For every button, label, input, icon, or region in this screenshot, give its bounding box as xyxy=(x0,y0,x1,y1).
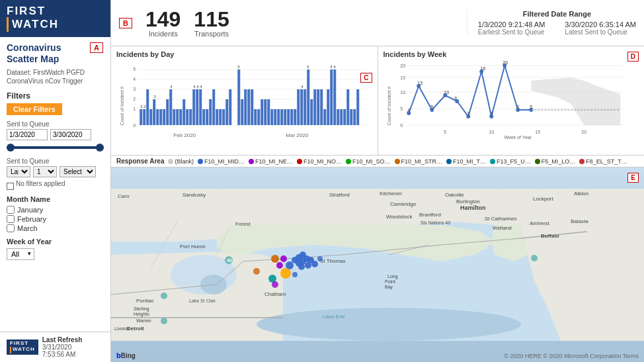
svg-text:4: 4 xyxy=(170,85,173,89)
logo-area: FIRST WATCH xyxy=(0,0,110,37)
svg-text:20: 20 xyxy=(503,61,508,65)
slider-thumb-right[interactable] xyxy=(96,144,104,152)
svg-rect-61 xyxy=(303,89,306,125)
svg-rect-48 xyxy=(261,99,263,125)
svg-text:13: 13 xyxy=(417,81,423,85)
month-name-label: Month Name xyxy=(7,195,104,203)
month-march-label: March xyxy=(17,224,38,232)
svg-point-200 xyxy=(311,261,318,267)
period-select[interactable]: Select xyxy=(60,166,96,177)
svg-rect-42 xyxy=(241,99,243,125)
count-select[interactable]: 1 xyxy=(33,166,57,177)
map-area[interactable]: Caro Sandusky Stratford Kitchener Oakvil… xyxy=(111,167,644,362)
slider-thumb-left[interactable] xyxy=(7,144,15,152)
incidents-label: Incidents xyxy=(149,30,178,38)
last-refresh-time: 7:53:56 AM xyxy=(42,351,83,358)
svg-rect-41 xyxy=(237,69,240,125)
clear-filters-button[interactable]: Clear Filters xyxy=(7,103,62,115)
svg-rect-28 xyxy=(189,109,192,125)
svg-rect-47 xyxy=(257,109,260,125)
bar-chart-svg: Count of Incident # 0 1 2 3 4 5 xyxy=(116,61,372,140)
footer-logo: FIRST WATCH xyxy=(7,339,38,355)
svg-text:Brantford: Brantford xyxy=(419,212,441,218)
sent-to-queue-label2: Sent to Queue xyxy=(7,158,104,165)
svg-text:1: 1 xyxy=(133,107,136,111)
svg-text:Stratford: Stratford xyxy=(329,192,350,198)
svg-text:Kitchener: Kitchener xyxy=(380,191,402,197)
svg-text:Long: Long xyxy=(387,274,398,279)
svg-rect-73 xyxy=(343,109,346,125)
svg-text:St Catharines: St Catharines xyxy=(485,216,516,222)
week-all-select[interactable]: All ▾ xyxy=(7,248,34,260)
last-refresh-label: Last Refresh xyxy=(42,336,83,343)
svg-point-204 xyxy=(280,268,291,279)
svg-text:18: 18 xyxy=(480,66,485,71)
svg-text:Amherst: Amherst xyxy=(530,220,550,226)
chevron-down-icon: ▾ xyxy=(28,250,31,257)
svg-text:0: 0 xyxy=(400,123,403,128)
dataset-value: CoronaVirus nCov Trigger xyxy=(7,77,85,85)
month-march-checkbox[interactable] xyxy=(7,224,15,232)
transports-count: 115 xyxy=(194,9,229,30)
no-filters-label: No filters applied xyxy=(16,180,65,187)
svg-text:2: 2 xyxy=(143,105,146,109)
svg-text:Lockport: Lockport xyxy=(533,196,553,202)
svg-text:4: 4 xyxy=(200,85,202,89)
incidents-count: 149 xyxy=(145,9,181,30)
svg-text:Chatham: Chatham xyxy=(264,291,286,297)
svg-rect-14 xyxy=(143,109,145,125)
badge-d: D xyxy=(627,52,639,62)
svg-rect-45 xyxy=(251,89,253,125)
svg-rect-71 xyxy=(337,109,339,125)
date-end-input[interactable] xyxy=(50,129,91,140)
date-start-input[interactable] xyxy=(7,129,48,140)
svg-rect-35 xyxy=(212,89,215,125)
badge-c: C xyxy=(360,73,372,83)
svg-point-202 xyxy=(276,262,283,269)
svg-text:Hamilton: Hamilton xyxy=(460,204,486,211)
badge-e: E xyxy=(627,173,639,183)
svg-rect-30 xyxy=(196,89,198,125)
logo: FIRST WATCH xyxy=(7,5,59,32)
svg-text:Forest: Forest xyxy=(235,221,251,227)
incidents-block: 149 Incidents xyxy=(145,9,181,38)
svg-text:3: 3 xyxy=(153,95,156,99)
svg-rect-53 xyxy=(277,109,280,125)
legend-f10-ne: F10_MI_NE… xyxy=(249,158,293,165)
response-area-label: Response Area xyxy=(116,158,164,165)
copyright-text: © 2020 HERE © 2020 Microsoft Corporation… xyxy=(504,353,639,359)
svg-text:Count of Incident #: Count of Incident # xyxy=(387,87,391,126)
month-january-checkbox[interactable] xyxy=(7,206,15,214)
svg-text:10: 10 xyxy=(400,90,405,95)
svg-text:10: 10 xyxy=(489,130,494,134)
chart-right-title: Incidents by Week xyxy=(383,50,639,58)
svg-point-197 xyxy=(286,261,294,269)
date-slider[interactable] xyxy=(7,143,104,152)
svg-point-208 xyxy=(272,281,278,288)
svg-text:Lake St Clair: Lake St Clair xyxy=(189,298,216,303)
svg-rect-46 xyxy=(254,109,257,125)
legend-f10-no: F10_MI_NO… xyxy=(297,158,342,165)
month-february-checkbox[interactable] xyxy=(7,215,15,223)
svg-point-137 xyxy=(257,308,521,341)
legend-f10-so: F10_MI_SO… xyxy=(346,158,391,165)
filters-label: Filters xyxy=(7,91,104,101)
svg-text:5: 5 xyxy=(400,107,403,111)
svg-text:Mar 2020: Mar 2020 xyxy=(286,132,308,138)
last-refresh-block: Last Refresh 3/31/2020 7:53:56 AM xyxy=(42,336,83,358)
svg-marker-108 xyxy=(531,77,620,125)
svg-rect-56 xyxy=(287,109,290,125)
map-background: Caro Sandusky Stratford Kitchener Oakvil… xyxy=(111,167,644,362)
month-january-label: January xyxy=(17,206,43,214)
svg-point-188 xyxy=(161,318,167,324)
svg-rect-33 xyxy=(206,109,208,125)
svg-text:5: 5 xyxy=(133,67,136,71)
svg-rect-49 xyxy=(264,99,266,125)
week-all-row: All ▾ xyxy=(7,248,104,260)
legend-f8: F8_EL_ST_T… xyxy=(579,158,627,165)
svg-text:Lake Erie: Lake Erie xyxy=(323,314,345,320)
svg-text:15: 15 xyxy=(535,130,540,134)
last-select[interactable]: Last xyxy=(7,166,30,177)
svg-rect-72 xyxy=(340,109,342,125)
svg-text:10: 10 xyxy=(444,90,449,95)
